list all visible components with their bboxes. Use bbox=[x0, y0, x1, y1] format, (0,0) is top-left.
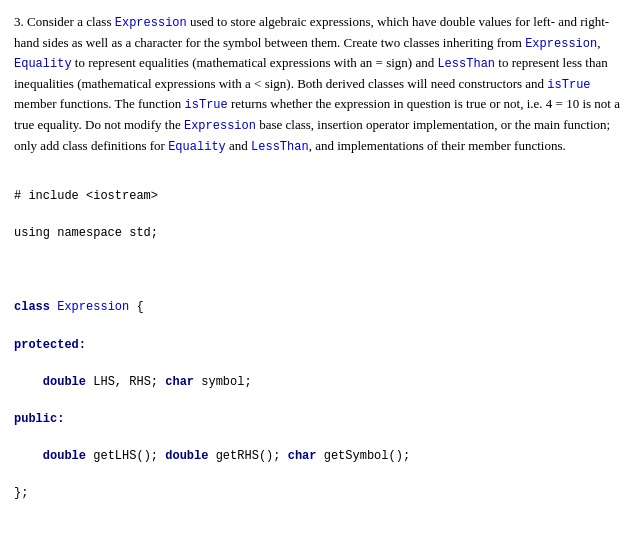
inline-code-istrue-2: isTrue bbox=[185, 98, 228, 112]
using-line: using namespace std; bbox=[14, 224, 624, 243]
desc-text-10: , and implementations of their member fu… bbox=[309, 138, 566, 153]
inline-code-lessthan-2: LessThan bbox=[251, 140, 309, 154]
problem-description: 3. Consider a class Expression used to s… bbox=[14, 12, 624, 156]
class-open: class Expression { bbox=[14, 298, 624, 317]
inline-code-lessthan-1: LessThan bbox=[437, 57, 495, 71]
inline-code-expression-1: Expression bbox=[115, 16, 187, 30]
inline-code-equality-2: Equality bbox=[168, 140, 226, 154]
methods-line: double getLHS(); double getRHS(); char g… bbox=[14, 447, 624, 466]
inline-code-expression-2: Expression bbox=[525, 37, 597, 51]
problem-number: 3. bbox=[14, 14, 27, 29]
blank-1 bbox=[14, 261, 624, 280]
inline-code-expression-3: Expression bbox=[184, 119, 256, 133]
class-close: }; bbox=[14, 484, 624, 503]
desc-text-4: to represent equalities (mathematical ex… bbox=[72, 55, 438, 70]
include-line: # include <iostream> bbox=[14, 187, 624, 206]
protected-line: protected: bbox=[14, 336, 624, 355]
blank-2 bbox=[14, 521, 624, 540]
code-area: # include <iostream> using namespace std… bbox=[14, 168, 624, 554]
inline-code-istrue-1: isTrue bbox=[547, 78, 590, 92]
desc-text-6: member functions. The function bbox=[14, 96, 185, 111]
desc-text-3: , bbox=[597, 35, 600, 50]
members-line: double LHS, RHS; char symbol; bbox=[14, 373, 624, 392]
public-line: public: bbox=[14, 410, 624, 429]
inline-code-equality-1: Equality bbox=[14, 57, 72, 71]
desc-text-1: Consider a class bbox=[27, 14, 115, 29]
desc-text-9: and bbox=[226, 138, 251, 153]
